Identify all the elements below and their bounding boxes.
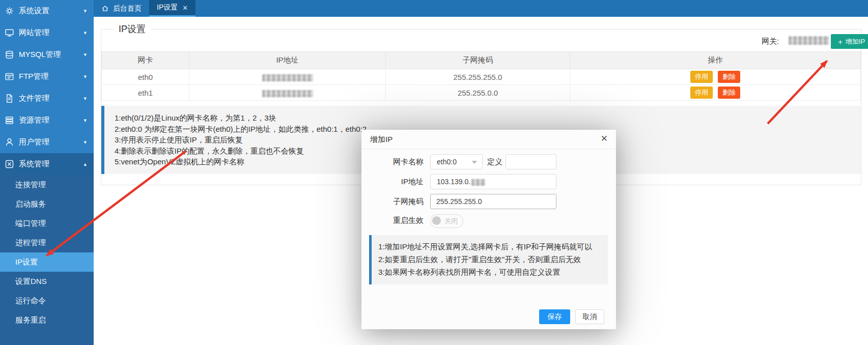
- table-row: eth1 255.255.0.0 停用 删除: [102, 85, 861, 101]
- restart-toggle[interactable]: 关闭: [430, 214, 463, 228]
- add-ip-modal: 增加IP ✕ 网卡名称 eth0:0 定义 IP地址 103.139.0. 子网…: [361, 130, 616, 329]
- sidebar-item-run-command[interactable]: 运行命令: [0, 291, 94, 310]
- tab-label: IP设置: [157, 3, 178, 12]
- ip-cell: [189, 85, 386, 101]
- gateway-label: 网关:: [762, 37, 779, 46]
- note-line: 1:增加IP地址不用设置网关,选择网卡后，有IP和子网掩码就可以: [378, 240, 604, 253]
- sidebar-item-label: 系统设置: [19, 6, 83, 16]
- tab-home[interactable]: 后台首页: [94, 0, 149, 17]
- cancel-button[interactable]: 取消: [575, 309, 604, 324]
- note-line: 2:如要重启后生效，请打开"重启生效"开关，否则重启后无效: [378, 253, 604, 266]
- chevron-down-icon: ▾: [83, 117, 87, 124]
- ip-address-value: 103.139.0.: [437, 178, 470, 186]
- tools-icon: [5, 159, 14, 169]
- chevron-down-icon: ▾: [83, 51, 87, 58]
- note-line: 1:eth(0/1/2)是Linux的网卡名称，为第1，2，3块: [115, 112, 856, 124]
- sidebar-item-users[interactable]: 用户管理 ▾: [0, 131, 94, 153]
- plus-icon: ＋: [836, 38, 844, 45]
- actions-cell: 停用 删除: [570, 69, 861, 85]
- sidebar-item-label: 资源管理: [19, 116, 83, 125]
- sidebar-item-mysql[interactable]: MYSQL管理 ▾: [0, 44, 94, 66]
- column-header-mask: 子网掩码: [386, 52, 570, 69]
- chevron-down-icon: ▾: [83, 95, 87, 102]
- sidebar-item-resources[interactable]: 资源管理 ▾: [0, 109, 94, 131]
- sidebar-item-website[interactable]: 网站管理 ▾: [0, 22, 94, 44]
- modal-title: 增加IP: [361, 130, 616, 149]
- sidebar-item-dns[interactable]: 设置DNS: [0, 272, 94, 291]
- user-icon: [5, 137, 14, 147]
- ip-cell: [189, 69, 386, 85]
- delete-button[interactable]: 删除: [718, 87, 740, 99]
- sidebar-item-service-restart[interactable]: 服务重启: [0, 310, 94, 330]
- save-button[interactable]: 保存: [539, 309, 570, 324]
- restart-effective-label: 重启生效: [361, 213, 424, 228]
- column-header-actions: 操作: [570, 52, 861, 69]
- disable-button[interactable]: 停用: [690, 71, 713, 83]
- table-header-row: 网卡 IP地址 子网掩码 操作: [102, 52, 861, 69]
- chevron-down-icon: ▾: [83, 30, 87, 36]
- ip-address-input[interactable]: 103.139.0.: [430, 174, 556, 189]
- sidebar-item-system-settings[interactable]: 系统设置 ▾: [0, 0, 94, 22]
- ip-suffix-redacted: [471, 179, 485, 186]
- add-ip-button[interactable]: ＋ 增加IP: [831, 34, 868, 49]
- sidebar-item-label: FTP管理: [19, 72, 83, 81]
- sidebar-item-label: 网站管理: [19, 28, 83, 38]
- subnet-mask-input[interactable]: [430, 194, 556, 209]
- sidebar-item-ftp[interactable]: FTP管理 ▾: [0, 66, 94, 88]
- chevron-up-icon: ▴: [83, 161, 87, 167]
- home-icon: [101, 5, 109, 12]
- topbar: 后台首页 IP设置 ✕: [94, 0, 868, 17]
- chevron-down-icon: ▾: [83, 73, 87, 80]
- ip-value-redacted: [262, 74, 313, 81]
- ftp-icon: [5, 72, 14, 81]
- sidebar-item-ip-settings[interactable]: IP设置: [0, 252, 94, 272]
- actions-cell: 停用 删除: [570, 85, 861, 101]
- sidebar-submenu-system: 连接管理 启动服务 端口管理 进程管理 IP设置 设置DNS 运行命令 服务重启: [0, 175, 94, 345]
- table-row: eth0 255.255.255.0 停用 删除: [102, 69, 861, 85]
- nic-name-label: 网卡名称: [361, 154, 424, 169]
- sidebar-item-files[interactable]: 文件管理 ▾: [0, 88, 94, 109]
- chevron-down-icon: [472, 161, 477, 164]
- gear-icon: [5, 6, 14, 16]
- mask-cell: 255.255.0.0: [386, 85, 570, 101]
- sidebar: 系统设置 ▾ 网站管理 ▾ MYSQL管理 ▾: [0, 0, 94, 345]
- sidebar-item-start-services[interactable]: 启动服务: [0, 194, 94, 214]
- chevron-down-icon: ▾: [83, 139, 87, 146]
- column-header-ip: IP地址: [189, 52, 386, 69]
- nic-select[interactable]: eth0:0: [430, 154, 483, 169]
- subnet-mask-label: 子网掩码: [361, 194, 424, 209]
- nic-select-value: eth0:0: [437, 158, 457, 166]
- custom-label: 定义: [487, 154, 502, 169]
- sidebar-item-label: MYSQL管理: [19, 50, 83, 60]
- sidebar-item-label: 系统管理: [19, 159, 83, 169]
- nic-cell: eth1: [102, 85, 189, 101]
- database-icon: [5, 50, 14, 60]
- note-line: 3:如果网卡名称列表找所用网卡名，可使用自定义设置: [378, 266, 604, 278]
- chevron-down-icon: ▾: [83, 8, 87, 14]
- mask-cell: 255.255.255.0: [386, 69, 570, 85]
- nic-cell: eth0: [102, 69, 189, 85]
- app-root: 系统设置 ▾ 网站管理 ▾ MYSQL管理 ▾: [0, 0, 868, 345]
- sidebar-item-connections[interactable]: 连接管理: [0, 175, 94, 194]
- close-icon[interactable]: ✕: [182, 4, 188, 12]
- close-icon[interactable]: ✕: [601, 134, 608, 144]
- ip-value-redacted: [262, 90, 313, 97]
- ip-address-label: IP地址: [361, 174, 424, 189]
- sidebar-item-processes[interactable]: 进程管理: [0, 233, 94, 252]
- sidebar-item-ports[interactable]: 端口管理: [0, 214, 94, 233]
- modal-help-notes: 1:增加IP地址不用设置网关,选择网卡后，有IP和子网掩码就可以 2:如要重启后…: [369, 235, 608, 284]
- column-header-nic: 网卡: [102, 52, 189, 69]
- delete-button[interactable]: 删除: [718, 71, 740, 83]
- disable-button[interactable]: 停用: [690, 87, 713, 99]
- sidebar-item-system-management[interactable]: 系统管理 ▴: [0, 153, 94, 175]
- gateway-value-redacted: [789, 36, 829, 45]
- file-icon: [5, 94, 14, 103]
- sidebar-item-label: 用户管理: [19, 137, 83, 147]
- custom-name-input[interactable]: [506, 154, 556, 169]
- toggle-knob-icon: [432, 216, 441, 225]
- ip-table: 网卡 IP地址 子网掩码 操作 eth0 255.255.255.0 停用 删除: [101, 51, 861, 101]
- page-title: IP设置: [114, 23, 151, 35]
- resource-icon: [5, 116, 14, 125]
- tab-ip-settings[interactable]: IP设置 ✕: [149, 0, 195, 17]
- monitor-icon: [5, 28, 14, 38]
